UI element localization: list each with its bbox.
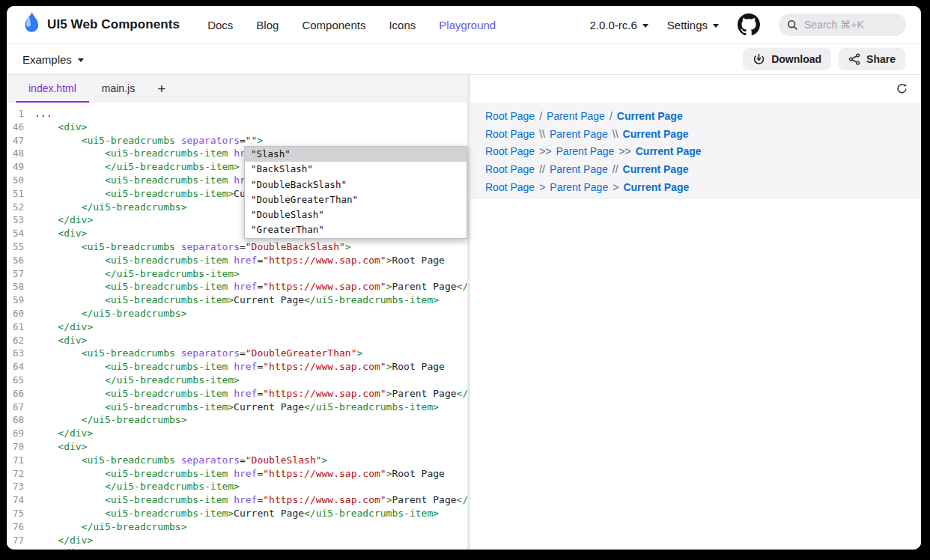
- code-line[interactable]: 65 </ui5-breadcrumbs-item>: [7, 374, 467, 387]
- code-line[interactable]: 72 <ui5-breadcrumbs-item href="https://w…: [7, 467, 467, 481]
- line-number: 75: [7, 507, 34, 520]
- breadcrumb-link[interactable]: Root Page: [485, 181, 535, 193]
- refresh-icon: [896, 82, 908, 95]
- line-number: 66: [7, 387, 34, 401]
- github-mark-icon: [738, 13, 760, 36]
- examples-label: Examples: [22, 53, 72, 66]
- line-number: 76: [7, 520, 34, 534]
- code-line[interactable]: 62 <div>: [7, 334, 467, 347]
- chevron-down-icon: [78, 58, 84, 62]
- editor-pane: index.htmlmain.js+ 1...46 <div>47 <ui5-b…: [7, 75, 467, 550]
- line-number: 61: [7, 320, 34, 334]
- breadcrumb-link[interactable]: Parent Page: [550, 163, 608, 175]
- code-line[interactable]: 71 <ui5-breadcrumbs separators="DoubleSl…: [7, 454, 467, 467]
- autocomplete-item[interactable]: "DoubleBackSlash": [245, 177, 466, 192]
- breadcrumb-link[interactable]: Parent Page: [547, 110, 605, 122]
- refresh-button[interactable]: [896, 82, 908, 95]
- code-line[interactable]: 1...: [7, 107, 467, 121]
- code-line[interactable]: 77 </div>: [7, 534, 467, 547]
- code-line[interactable]: 69 </div>: [7, 427, 467, 440]
- code-line[interactable]: 55 <ui5-breadcrumbs separators="DoubleBa…: [7, 240, 467, 254]
- code-line[interactable]: 60 </ui5-breadcrumbs>: [7, 307, 467, 320]
- code-line[interactable]: 64 <ui5-breadcrumbs-item href="https://w…: [7, 360, 467, 374]
- line-number: 69: [7, 427, 34, 440]
- breadcrumb-separator: //: [539, 163, 545, 175]
- breadcrumb-separator: /: [610, 110, 613, 122]
- autocomplete-item[interactable]: "GreaterThan": [245, 222, 466, 237]
- autocomplete-popup: "Slash""BackSlash""DoubleBackSlash""Doub…: [244, 146, 467, 239]
- breadcrumb-current: Current Page: [623, 163, 689, 175]
- breadcrumb-link[interactable]: Root Page: [485, 145, 535, 157]
- code-line[interactable]: 74 <ui5-breadcrumbs-item href="https://w…: [7, 493, 467, 507]
- code-line[interactable]: 75 <ui5-breadcrumbs-item>Current Page</u…: [7, 507, 467, 520]
- search-input[interactable]: [804, 19, 894, 31]
- autocomplete-item[interactable]: "DoubleGreaterThan": [245, 192, 466, 207]
- code-line[interactable]: 47 <ui5-breadcrumbs separators="">: [7, 134, 467, 147]
- breadcrumb-row: Root Page/Parent Page/Current Page: [485, 107, 921, 125]
- code-line[interactable]: 56 <ui5-breadcrumbs-item href="https://w…: [7, 254, 467, 267]
- line-number: 77: [7, 534, 34, 547]
- code-line[interactable]: 78 <div>: [7, 547, 467, 550]
- breadcrumb-separator: //: [613, 163, 619, 175]
- code-line[interactable]: 70 <div>: [7, 440, 467, 454]
- breadcrumb-separator: >>: [539, 145, 551, 157]
- version-dropdown[interactable]: 2.0.0-rc.6: [589, 19, 648, 31]
- code-line[interactable]: 46 <div>: [7, 121, 467, 134]
- code-line[interactable]: 57 </ui5-breadcrumbs-item>: [7, 267, 467, 281]
- code-line[interactable]: 58 <ui5-breadcrumbs-item href="https://w…: [7, 280, 467, 293]
- nav-item-icons[interactable]: Icons: [389, 19, 416, 31]
- line-number: 48: [7, 147, 34, 160]
- code-line[interactable]: 63 <ui5-breadcrumbs separators="DoubleGr…: [7, 347, 467, 360]
- breadcrumb-link[interactable]: Root Page: [485, 163, 535, 175]
- nav-item-components[interactable]: Components: [302, 19, 365, 31]
- autocomplete-item[interactable]: "BackSlash": [245, 162, 466, 177]
- breadcrumb-row: Root Page>Parent Page>Current Page: [485, 178, 921, 196]
- line-number: 60: [7, 307, 34, 320]
- line-number: 71: [7, 454, 34, 467]
- line-number: 46: [7, 121, 34, 134]
- code-line[interactable]: 76 </ui5-breadcrumbs>: [7, 520, 467, 534]
- breadcrumb-current: Current Page: [636, 145, 702, 157]
- brand-title: UI5 Web Components: [47, 17, 180, 32]
- code-line[interactable]: 73 </ui5-breadcrumbs-item>: [7, 480, 467, 493]
- breadcrumb-separator: \\: [539, 128, 545, 140]
- share-button[interactable]: Share: [839, 48, 905, 70]
- app-header: UI5 Web Components DocsBlogComponentsIco…: [7, 6, 921, 44]
- autocomplete-item[interactable]: "Slash": [245, 147, 466, 162]
- nav-item-playground[interactable]: Playground: [439, 19, 496, 31]
- tab-index.html[interactable]: index.html: [16, 75, 89, 103]
- code-line[interactable]: 67 <ui5-breadcrumbs-item>Current Page</u…: [7, 401, 467, 414]
- breadcrumb-link[interactable]: Parent Page: [550, 181, 608, 193]
- line-number: 67: [7, 401, 34, 414]
- line-number: 54: [7, 227, 34, 240]
- breadcrumb-row: Root Page>>Parent Page>>Current Page: [485, 143, 921, 161]
- code-line[interactable]: 59 <ui5-breadcrumbs-item>Current Page</u…: [7, 293, 467, 307]
- line-number: 78: [7, 547, 34, 550]
- examples-dropdown[interactable]: Examples: [22, 53, 84, 66]
- code-line[interactable]: 61 </div>: [7, 320, 467, 334]
- breadcrumb-link[interactable]: Root Page: [485, 110, 535, 122]
- ui5-flame-icon: [22, 12, 40, 37]
- settings-dropdown[interactable]: Settings: [667, 19, 719, 31]
- github-link[interactable]: [738, 13, 760, 36]
- nav-item-docs[interactable]: Docs: [207, 19, 233, 31]
- search-box[interactable]: [779, 13, 906, 36]
- code-line[interactable]: 66 <ui5-breadcrumbs-item href="https://w…: [7, 387, 467, 401]
- brand[interactable]: UI5 Web Components: [22, 12, 180, 37]
- preview-toolbar: [470, 75, 921, 103]
- line-number: 72: [7, 467, 34, 481]
- tab-main.js[interactable]: main.js: [89, 75, 148, 103]
- line-number: 73: [7, 480, 34, 493]
- add-tab-button[interactable]: +: [148, 75, 175, 103]
- playground: index.htmlmain.js+ 1...46 <div>47 <ui5-b…: [7, 75, 921, 550]
- breadcrumb-link[interactable]: Parent Page: [556, 145, 615, 157]
- nav-item-blog[interactable]: Blog: [256, 19, 279, 31]
- autocomplete-item[interactable]: "DoubleSlash": [245, 207, 466, 222]
- breadcrumb-link[interactable]: Root Page: [485, 128, 535, 140]
- breadcrumb-separator: >: [539, 181, 545, 193]
- download-button[interactable]: Download: [743, 48, 831, 70]
- header-right: 2.0.0-rc.6 Settings: [589, 13, 906, 36]
- code-line[interactable]: 68 </ui5-breadcrumbs>: [7, 413, 467, 427]
- breadcrumb-link[interactable]: Parent Page: [550, 128, 608, 140]
- breadcrumb-separator: /: [539, 110, 542, 122]
